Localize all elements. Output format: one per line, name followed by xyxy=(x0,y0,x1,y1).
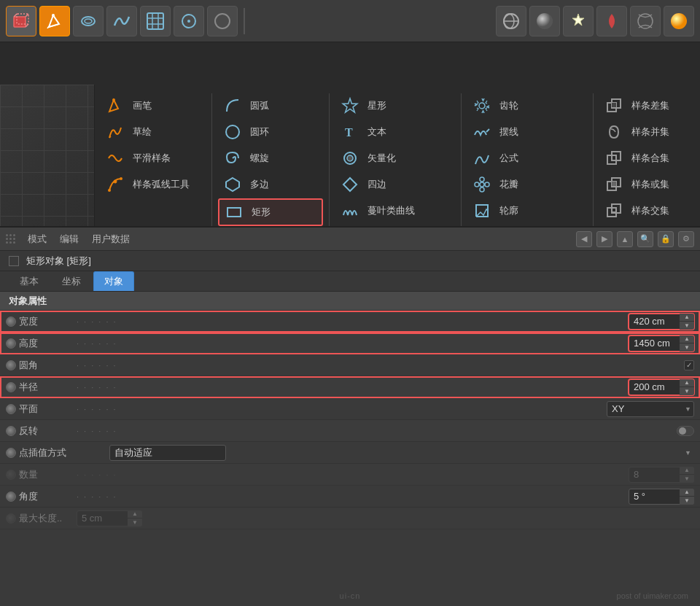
prop-rounded-checkbox[interactable] xyxy=(684,360,694,370)
settings-btn[interactable]: ⚙ xyxy=(678,231,694,247)
diff-item[interactable]: 样条差集 xyxy=(599,93,694,118)
render-btn[interactable] xyxy=(496,6,526,36)
prop-angle-up[interactable]: ▲ xyxy=(680,489,694,497)
nav-right-btn[interactable]: ▶ xyxy=(596,231,612,247)
cube-tool-btn[interactable] xyxy=(6,6,36,36)
pen-label: 画笔 xyxy=(133,99,152,112)
xor-item[interactable]: 样条或集 xyxy=(599,172,694,197)
quad-item[interactable]: 四边 xyxy=(335,172,455,197)
svg-rect-44 xyxy=(612,103,616,107)
formula-item[interactable]: 公式 xyxy=(467,146,587,171)
prop-radius-up[interactable]: ▲ xyxy=(680,379,694,388)
prop-plane-radio[interactable] xyxy=(6,404,16,414)
prop-plane-select[interactable]: XY XZ YZ xyxy=(607,401,694,417)
vectorize-item[interactable]: 矢量化 xyxy=(335,146,455,171)
prop-reverse-radio[interactable] xyxy=(6,426,16,436)
flower-icon xyxy=(472,174,492,195)
prop-radius-input-wrap: ▲ ▼ xyxy=(629,379,694,395)
prop-width-input-wrap: ▲ ▼ xyxy=(629,314,694,330)
sketch-item[interactable]: 草绘 xyxy=(101,120,206,144)
prop-angle-radio[interactable] xyxy=(6,492,16,502)
gear-item[interactable]: 齿轮 xyxy=(467,93,587,118)
camera-btn[interactable] xyxy=(630,6,661,36)
brush-tool-btn[interactable] xyxy=(73,6,104,36)
search-btn[interactable]: 🔍 xyxy=(637,231,653,247)
red-tool-btn[interactable] xyxy=(596,6,627,36)
prop-numpts-row: 数量 · · · · · · ▲ ▼ xyxy=(0,464,700,486)
cycloid-icon xyxy=(340,201,360,221)
circle1-tool-btn[interactable] xyxy=(174,6,204,36)
prop-height-radio[interactable] xyxy=(6,338,16,349)
profile-item[interactable]: 轮廓 xyxy=(467,198,587,223)
wave-item[interactable]: 摆线 xyxy=(467,120,587,144)
prop-angle-dots: · · · · · · xyxy=(77,492,626,501)
text-item[interactable]: T 文本 xyxy=(335,120,455,144)
svg-point-22 xyxy=(671,13,687,29)
prop-rounded-radio[interactable] xyxy=(6,360,16,370)
grid-tool-btn[interactable] xyxy=(140,6,171,36)
menu-mode[interactable]: 模式 xyxy=(22,230,52,249)
nav-up-btn[interactable]: ▲ xyxy=(617,231,633,247)
merge-item[interactable]: 样条合集 xyxy=(599,146,694,171)
obj-visible-checkbox[interactable] xyxy=(9,256,19,266)
arc-item[interactable]: 圆弧 xyxy=(218,93,323,118)
xor-label: 样条或集 xyxy=(631,178,669,191)
prop-radius-radio[interactable] xyxy=(6,382,16,392)
tab-object[interactable]: 对象 xyxy=(93,271,134,291)
orange-btn[interactable] xyxy=(664,6,694,36)
svg-rect-49 xyxy=(612,182,616,186)
cycloid-item[interactable]: 蔓叶类曲线 xyxy=(335,198,455,223)
circle-label: 圆环 xyxy=(250,125,269,139)
prop-interp-radio[interactable] xyxy=(6,448,16,458)
prop-height-down[interactable]: ▼ xyxy=(680,343,694,351)
prop-radius-down[interactable]: ▼ xyxy=(680,387,694,395)
prop-height-up[interactable]: ▲ xyxy=(680,335,694,344)
prop-width-up[interactable]: ▲ xyxy=(680,314,694,322)
pen-item[interactable]: 画笔 xyxy=(101,93,206,118)
prop-radius-row: 半径 · · · · · · ▲ ▼ xyxy=(0,376,700,398)
menu-edit[interactable]: 编辑 xyxy=(54,230,85,249)
wave-label: 摆线 xyxy=(499,125,518,139)
text-icon: T xyxy=(340,122,360,142)
smooth-icon xyxy=(105,148,125,168)
union-item[interactable]: 样条并集 xyxy=(599,120,694,144)
prop-angle-down[interactable]: ▼ xyxy=(680,497,694,505)
diff-icon xyxy=(604,96,624,116)
prop-reverse-toggle[interactable] xyxy=(677,426,694,436)
tabs-row: 基本 坐标 对象 xyxy=(0,271,700,292)
prop-maxlen-label: 最大长度.. xyxy=(19,512,74,525)
polygon-item[interactable]: 多边 xyxy=(218,172,323,197)
prop-interp-select-wrap: 自动适应 ▼ xyxy=(109,445,694,461)
svg-point-15 xyxy=(187,20,190,23)
spline-tool-btn[interactable] xyxy=(106,6,137,36)
props-header: 模式 编辑 用户数据 ◀ ▶ ▲ 🔍 🔒 ⚙ xyxy=(0,228,700,251)
sphere-btn[interactable] xyxy=(529,6,560,36)
gear-label: 齿轮 xyxy=(499,99,518,112)
prop-interp-row: 点插值方式 自动适应 ▼ xyxy=(0,442,700,464)
nav-left-btn[interactable]: ◀ xyxy=(576,231,592,247)
spiral-item[interactable]: 螺旋 xyxy=(218,146,323,171)
prop-width-down[interactable]: ▼ xyxy=(680,322,694,330)
spiral-icon xyxy=(222,148,243,168)
circle-item[interactable]: 圆环 xyxy=(218,120,323,144)
tab-coords[interactable]: 坐标 xyxy=(51,271,92,291)
rect-item[interactable]: 矩形 xyxy=(218,198,323,226)
diff-label: 样条差集 xyxy=(631,99,669,112)
flower-item[interactable]: 花瓣 xyxy=(467,172,587,197)
prop-width-dots: · · · · · · xyxy=(77,317,626,326)
menu-userdata[interactable]: 用户数据 xyxy=(86,230,136,249)
circle2-tool-btn[interactable] xyxy=(207,6,238,36)
prop-width-radio[interactable] xyxy=(6,316,16,327)
smooth-item[interactable]: 平滑样条 xyxy=(101,146,206,171)
tab-basic[interactable]: 基本 xyxy=(9,271,50,291)
prop-interp-select[interactable]: 自动适应 xyxy=(109,445,226,461)
arc-tool-item[interactable]: 样条弧线工具 xyxy=(101,172,206,197)
star-item[interactable]: 星形 xyxy=(335,93,455,118)
intersect-item[interactable]: 样条交集 xyxy=(599,198,694,223)
lock-btn[interactable]: 🔒 xyxy=(658,231,674,247)
prop-radius-spinner: ▲ ▼ xyxy=(680,379,694,395)
light-btn[interactable] xyxy=(563,6,594,36)
prop-height-input-wrap: ▲ ▼ xyxy=(629,335,694,351)
pen-tool-btn[interactable] xyxy=(39,6,70,36)
grip-icon xyxy=(6,234,15,244)
